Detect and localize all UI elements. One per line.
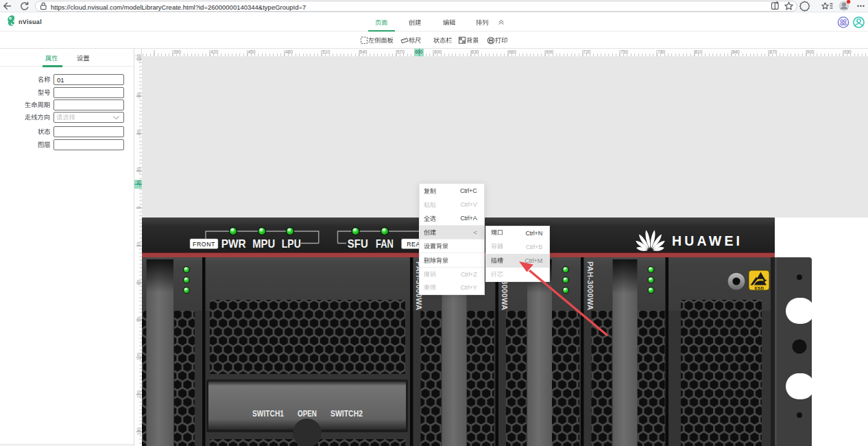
svg-text:MPU: MPU [252,237,275,250]
svg-text:FRONT: FRONT [193,241,215,248]
svg-text:HUAWEI: HUAWEI [672,233,743,248]
svg-text:SWITCH1: SWITCH1 [252,409,284,419]
svg-text:SWITCH2: SWITCH2 [330,409,363,419]
svg-text:PWR: PWR [221,237,246,250]
svg-text:ESD: ESD [755,285,764,290]
svg-text:FAN: FAN [376,237,394,250]
svg-text:OPEN: OPEN [298,409,317,419]
svg-text:LPU: LPU [282,237,301,250]
svg-text:SFU: SFU [348,237,368,250]
